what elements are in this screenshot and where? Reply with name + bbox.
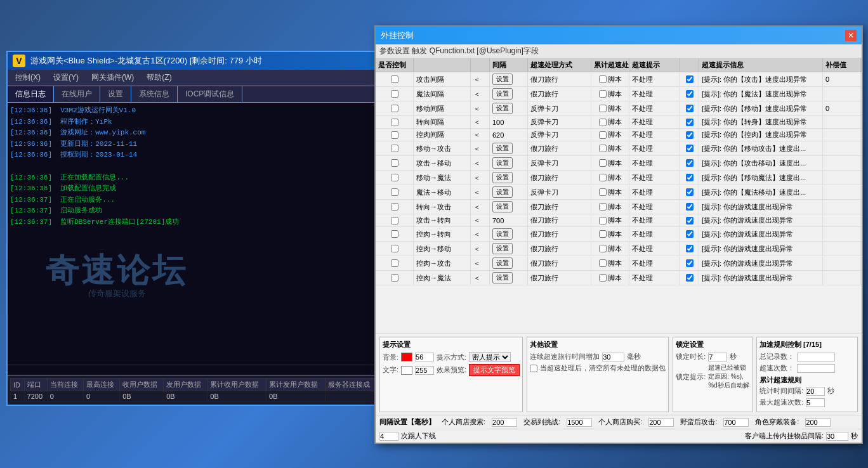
btn-attack-set[interactable]: 设置 <box>492 74 513 85</box>
cb-mgm-script[interactable] <box>599 188 607 196</box>
btn-move-magic[interactable]: 设置 <box>492 172 513 183</box>
cb-ctrl-attack[interactable] <box>391 259 398 267</box>
cb-at-hint[interactable] <box>686 217 694 224</box>
kick-count-input[interactable] <box>379 432 398 441</box>
hint-method-select[interactable]: 密人提示 <box>469 352 511 362</box>
wild-attack-input[interactable] <box>723 418 749 427</box>
max-speed-input[interactable] <box>806 398 825 407</box>
cb-mgm-hint[interactable] <box>686 188 694 196</box>
tab-settings[interactable]: 设置 <box>100 86 131 102</box>
tab-online-users[interactable]: 在线用户 <box>54 86 100 102</box>
tab-iocp-debug[interactable]: IOCP调试信息 <box>178 86 242 102</box>
cb-ctrl-move[interactable] <box>391 245 398 252</box>
cb-ca-hint[interactable] <box>686 259 694 267</box>
tab-info-log[interactable]: 信息日志 <box>8 86 54 102</box>
upload-interval-input[interactable] <box>826 432 848 441</box>
cb-move-hint[interactable] <box>686 105 694 112</box>
params-table-header: 是否控制 间隔 超速处理方式 累计超速处理 超速提示 超速提示信息 补偿值 调试 <box>376 58 862 72</box>
trade-input[interactable] <box>567 418 592 427</box>
cb-turn-hint[interactable] <box>686 119 694 126</box>
btn-magic-set[interactable]: 设置 <box>492 88 513 100</box>
btn-magic-move[interactable]: 设置 <box>492 186 513 198</box>
speed-count-input[interactable] <box>797 364 835 373</box>
upload-interval-label: 客户端上传内挂物品间隔: <box>745 431 824 441</box>
shop-buy-input[interactable] <box>648 418 674 427</box>
tab-system-info[interactable]: 系统信息 <box>131 86 178 102</box>
cb-mm-hint[interactable] <box>686 174 694 181</box>
cb-at-script[interactable] <box>599 217 607 224</box>
cb-control-hint[interactable] <box>686 131 694 139</box>
shop-search-input[interactable] <box>492 418 517 427</box>
cb-attack-turn[interactable] <box>391 217 398 224</box>
cb-ta-script[interactable] <box>599 203 607 211</box>
cb-ma-script[interactable] <box>599 145 607 152</box>
cb-magic-hint[interactable] <box>686 90 694 98</box>
cb-move-script[interactable] <box>599 105 607 112</box>
cb-magic-move[interactable] <box>391 188 398 196</box>
btn-ctrl-magic[interactable]: 设置 <box>492 272 513 283</box>
accel-control-box: 加速规则控制 [7/15] 总记录数： 超速次数： 累计超速规则 统计时间间隔:… <box>756 337 858 412</box>
btn-ctrl-move[interactable]: 设置 <box>492 243 513 254</box>
bg-value-input[interactable] <box>415 353 434 361</box>
cb-ct-script[interactable] <box>599 230 607 238</box>
bg-color-swatch[interactable] <box>401 353 412 361</box>
cb-mm-script[interactable] <box>599 174 607 181</box>
btn-turn-attack[interactable]: 设置 <box>492 201 513 212</box>
cb-magic-interval[interactable] <box>391 90 398 98</box>
cb-turn-interval[interactable] <box>391 119 398 126</box>
btn-attack-move[interactable]: 设置 <box>492 157 513 169</box>
stats-interval-input[interactable] <box>806 387 825 396</box>
cb-ca-script[interactable] <box>599 259 607 267</box>
cb-ta-hint[interactable] <box>686 203 694 211</box>
btn-move-attack[interactable]: 设置 <box>492 143 513 154</box>
cb-move-attack[interactable] <box>391 145 398 152</box>
cb-control-script[interactable] <box>599 131 607 139</box>
param-row-attack-move: 攻击→移动 ＜ 设置 反弹卡刀 脚本 不处理 [提示]: 你的【攻击移动】速度出… <box>376 156 862 171</box>
text-value-input[interactable] <box>415 366 434 375</box>
menu-help[interactable]: 帮助(Z) <box>141 71 176 84</box>
cb-attack-interval[interactable] <box>391 75 398 83</box>
menu-settings[interactable]: 设置(Y) <box>48 71 84 84</box>
cb-control-interval[interactable] <box>391 131 398 139</box>
speed-time-input[interactable] <box>602 353 624 361</box>
cb-cm-script[interactable] <box>599 245 607 252</box>
cb-cmg-script[interactable] <box>599 274 607 282</box>
menu-plugin[interactable]: 网关插件(W) <box>86 71 139 84</box>
param-row-move-magic: 移动→魔法 ＜ 设置 假刀旅行 脚本 不处理 [提示]: 你的【移动魔法】速度出… <box>376 171 862 185</box>
cb-magic-script[interactable] <box>599 90 607 98</box>
col-total-recv: 累计收用户数据 <box>207 379 266 391</box>
upload-interval-unit: 秒 <box>851 431 858 441</box>
cb-attack-script[interactable] <box>599 75 607 83</box>
preview-btn[interactable]: 提示文字预览 <box>469 364 520 376</box>
cb-turn-script[interactable] <box>599 119 607 126</box>
menu-control[interactable]: 控制(X) <box>10 71 46 84</box>
cb-move-magic[interactable] <box>391 174 398 181</box>
btn-ctrl-attack[interactable]: 设置 <box>492 257 513 269</box>
cb-am-script[interactable] <box>599 159 607 167</box>
param-row-attack-turn: 攻击→转向 ＜ 700 假刀旅行 脚本 不处理 [提示]: 你的游戏速度出现异常 <box>376 214 862 227</box>
cb-am-hint[interactable] <box>686 159 694 167</box>
total-records-input[interactable] <box>797 353 835 361</box>
cb-move-interval[interactable] <box>391 105 398 112</box>
text-color-swatch[interactable] <box>401 366 412 375</box>
cb-ctrl-magic[interactable] <box>391 274 398 282</box>
param-row-ctrl-attack: 控肉→攻击 ＜ 设置 假刀旅行 脚本 不处理 [提示]: 你的游戏速度出现异常 <box>376 256 862 271</box>
cb-ctrl-turn[interactable] <box>391 230 398 238</box>
lock-time-input[interactable] <box>708 353 727 361</box>
header-is-control: 是否控制 <box>376 58 414 72</box>
equip-input[interactable] <box>805 418 831 427</box>
cb-turn-attack[interactable] <box>391 203 398 211</box>
log-scrollbar[interactable] <box>8 365 379 375</box>
log-line <box>10 161 377 172</box>
cb-clear-packets[interactable] <box>530 365 537 372</box>
cb-cmg-hint[interactable] <box>686 274 694 282</box>
cb-ma-hint[interactable] <box>686 145 694 152</box>
cb-attack-hint[interactable] <box>686 75 694 83</box>
col-current-conn: 当前连接 <box>47 379 83 391</box>
btn-ctrl-turn[interactable]: 设置 <box>492 228 513 240</box>
ext-close-button[interactable]: ✕ <box>845 30 857 41</box>
btn-move-set[interactable]: 设置 <box>492 103 513 114</box>
cb-cm-hint[interactable] <box>686 245 694 252</box>
cb-attack-move[interactable] <box>391 159 398 167</box>
cb-ct-hint[interactable] <box>686 230 694 238</box>
